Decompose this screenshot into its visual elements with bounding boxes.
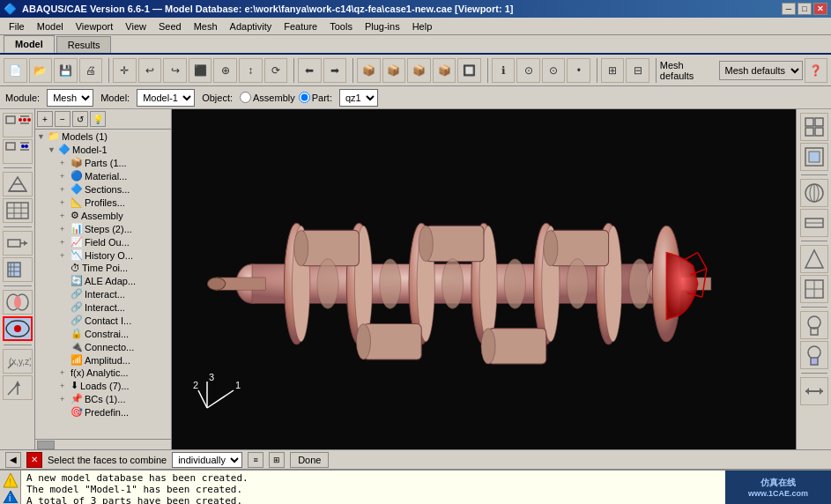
mesh-region-button[interactable] <box>3 198 33 223</box>
tree-amplitude[interactable]: 📶 Amplitud... <box>35 353 171 367</box>
zoom-fit-button[interactable]: ↕ <box>239 58 263 83</box>
options-button[interactable]: ≡ <box>248 452 263 468</box>
zoom-all-button[interactable]: ⊕ <box>213 58 237 83</box>
align-right-button[interactable]: ➡ <box>323 58 347 83</box>
tree-sections[interactable]: + 🔷 Sections... <box>35 182 171 196</box>
mesh-defaults-select[interactable]: Mesh defaults <box>719 61 803 80</box>
assign-mesh-controls[interactable] <box>3 257 33 282</box>
tree-root[interactable]: ▼ 📁 Models (1) <box>35 130 171 143</box>
zoom-box-button[interactable]: ⬛ <box>189 58 212 83</box>
view2-button[interactable]: 📦 <box>382 58 406 83</box>
tree-bcs[interactable]: + 📌 BCs (1)... <box>35 392 171 405</box>
view5-button[interactable]: 🔲 <box>457 58 481 83</box>
menu-item-mesh[interactable]: Mesh <box>189 19 223 33</box>
tree-parts[interactable]: + 📦 Parts (1... <box>35 156 171 169</box>
tab-results[interactable]: Results <box>56 36 112 53</box>
view-options-button[interactable]: ⊞ <box>601 58 625 83</box>
tree-ale[interactable]: 🔄 ALE Adap... <box>35 274 171 287</box>
part-radio-label[interactable]: Part: <box>299 92 332 103</box>
virtual-topology-button[interactable] <box>3 290 33 315</box>
display-button[interactable]: ⊟ <box>626 58 649 83</box>
menu-item-seed[interactable]: Seed <box>153 19 187 33</box>
tree-loads[interactable]: + ⬇ Loads (7)... <box>35 379 171 392</box>
tree-refresh-button[interactable]: ↺ <box>72 111 88 127</box>
rt-btn-4[interactable] <box>800 209 828 237</box>
hscroll-thumb[interactable] <box>37 441 55 449</box>
menu-item-plug-ins[interactable]: Plug-ins <box>360 19 405 33</box>
tree-materials[interactable]: + 🔵 Material... <box>35 169 171 182</box>
print-button[interactable]: 🖨 <box>79 58 103 83</box>
rt-btn-1[interactable] <box>800 113 828 141</box>
rt-btn-9[interactable] <box>800 377 828 405</box>
tree-collapse-button[interactable]: − <box>55 111 70 127</box>
part-radio[interactable] <box>299 92 310 103</box>
model-select[interactable]: Model-1 <box>137 89 195 107</box>
tree-contact[interactable]: 🔗 Contact I... <box>35 314 171 327</box>
rt-btn-6[interactable] <box>800 275 828 303</box>
help-cursor-button[interactable]: ❓ <box>805 58 828 83</box>
view3-button[interactable]: 📦 <box>407 58 431 83</box>
menu-item-view[interactable]: View <box>120 19 152 33</box>
view4-button[interactable]: 📦 <box>433 58 456 83</box>
circle2-button[interactable]: ⊙ <box>542 58 566 83</box>
tab-model[interactable]: Model <box>4 35 55 53</box>
assembly-radio-label[interactable]: Assembly <box>240 92 295 103</box>
cancel-button[interactable]: ✕ <box>26 452 42 468</box>
viewport[interactable]: 1 2 3 <box>172 109 796 449</box>
menu-item-viewport[interactable]: Viewport <box>70 19 119 33</box>
tree-field-output[interactable]: + 📈 Field Ou... <box>35 235 171 248</box>
menu-item-model[interactable]: Model <box>32 19 69 33</box>
rt-btn-2[interactable] <box>800 143 828 171</box>
rt-btn-7[interactable] <box>800 311 828 339</box>
info-button[interactable]: ℹ <box>492 58 516 83</box>
rt-btn-8[interactable] <box>800 341 828 369</box>
seed-part-button[interactable] <box>3 113 33 137</box>
tree-expand-button[interactable]: + <box>37 111 53 127</box>
restore-button[interactable]: □ <box>798 3 812 15</box>
undo-button[interactable]: ↩ <box>138 58 162 83</box>
part-select[interactable]: qz1 <box>339 89 378 107</box>
tree-analytic[interactable]: + f(x) Analytic... <box>35 367 171 379</box>
tree-history[interactable]: + 📉 History O... <box>35 248 171 262</box>
menu-item-help[interactable]: Help <box>407 19 438 33</box>
controls-button[interactable] <box>3 231 33 256</box>
rotate-button[interactable]: ⟳ <box>264 58 288 83</box>
tree-model1[interactable]: ▼ 🔷 Model-1 <box>35 143 171 156</box>
new-button[interactable]: 📄 <box>4 58 27 83</box>
tree-connector[interactable]: 🔌 Connecto... <box>35 340 171 353</box>
tree-interact2[interactable]: 🔗 Interact... <box>35 300 171 314</box>
hscroll-bar[interactable] <box>35 439 171 449</box>
tree-bulb-button[interactable]: 💡 <box>90 111 106 127</box>
save-button[interactable]: 💾 <box>54 58 78 83</box>
tree-constraint[interactable]: 🔒 Constrai... <box>35 327 171 340</box>
circle1-button[interactable]: ⊙ <box>516 58 540 83</box>
combine-dropdown[interactable]: individually by angle <box>172 452 242 468</box>
tree-steps[interactable]: + 📊 Steps (2)... <box>35 222 171 235</box>
rt-btn-3[interactable] <box>800 179 828 207</box>
compass-button[interactable] <box>3 375 33 400</box>
close-button[interactable]: ✕ <box>813 3 827 15</box>
tree-assembly[interactable]: + ⚙ Assembly <box>35 209 171 222</box>
assembly-radio[interactable] <box>240 92 251 103</box>
translate-button[interactable]: ✛ <box>113 58 137 83</box>
menu-item-adaptivity[interactable]: Adaptivity <box>225 19 278 33</box>
seed-edge-button[interactable] <box>3 139 33 164</box>
menu-item-tools[interactable]: Tools <box>324 19 358 33</box>
options2-button[interactable]: ⊞ <box>269 452 285 468</box>
align-left-button[interactable]: ⬅ <box>298 58 322 83</box>
combine-faces-active-button[interactable] <box>3 316 33 341</box>
menu-item-feature[interactable]: Feature <box>278 19 323 33</box>
rt-btn-5[interactable] <box>800 245 828 273</box>
tree-profiles[interactable]: + 📐 Profiles... <box>35 196 171 209</box>
tree-interact1[interactable]: 🔗 Interact... <box>35 287 171 300</box>
open-button[interactable]: 📂 <box>29 58 53 83</box>
view1-button[interactable]: 📦 <box>357 58 381 83</box>
pan-button[interactable]: (x,y,z) <box>3 349 33 374</box>
dot-button[interactable]: • <box>567 58 590 83</box>
mesh-part-button[interactable] <box>3 172 33 196</box>
minimize-button[interactable]: ─ <box>782 3 796 15</box>
redo-button[interactable]: ↪ <box>163 58 187 83</box>
tree-predefine[interactable]: 🎯 Predefin... <box>35 405 171 419</box>
back-button[interactable]: ◀ <box>5 452 21 468</box>
module-select[interactable]: Mesh <box>47 89 93 107</box>
